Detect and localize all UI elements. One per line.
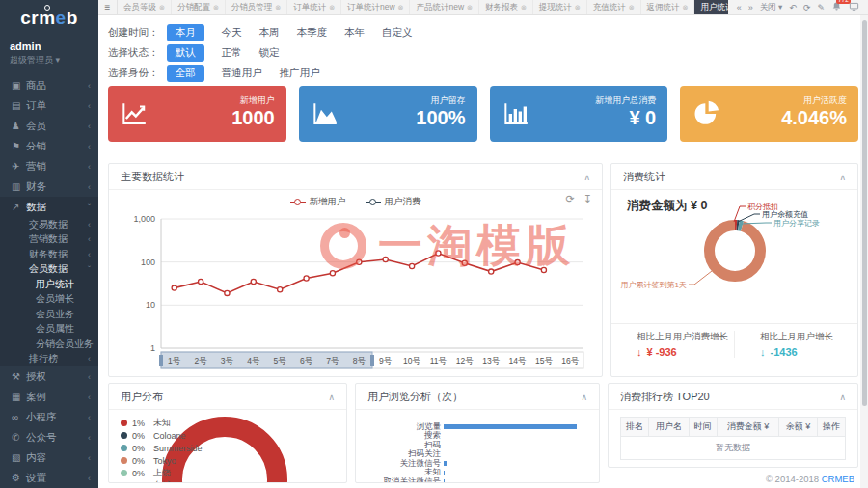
sidebar-item-会员[interactable]: ♟会员‹ <box>0 116 98 136</box>
crmeb-link[interactable]: CRMEB <box>822 474 854 484</box>
dist-legend-Tokyo[interactable]: 0%Tokyo <box>121 454 203 467</box>
legend-item-用户消费[interactable]: 用户消费 <box>366 196 421 208</box>
dist-legend-Coloane[interactable]: 0%Coloane <box>121 429 203 442</box>
sidebar-item-会员增长[interactable]: 会员增长 <box>0 292 98 308</box>
tab-close-icon[interactable]: ⊗ <box>521 4 527 12</box>
chart-download-icon[interactable]: ↧ <box>583 193 592 205</box>
sidebar-item-授权[interactable]: ⚒授权‹ <box>0 366 98 387</box>
legend-item-新增用户[interactable]: 新增用户 <box>290 196 346 208</box>
sidebar-item-营销数据[interactable]: 营销数据‹ <box>0 232 98 248</box>
filter-option-本季度[interactable]: 本季度 <box>297 24 328 41</box>
dist-legend-未知[interactable]: 1%未知 <box>121 417 203 429</box>
sidebar-item-小程序[interactable]: ∞小程序‹ <box>0 407 98 427</box>
tab-close-icon[interactable]: ⊗ <box>575 4 581 12</box>
members-icon: ♟ <box>12 121 26 131</box>
scrollbar-thumb[interactable] <box>862 20 867 406</box>
tab-返佣统计[interactable]: 返佣统计⊗ <box>641 0 695 14</box>
notifications-bell-icon[interactable]: 772 <box>831 1 842 14</box>
sidebar-item-会员属性[interactable]: 会员属性 <box>0 322 98 338</box>
sidebar-item-案例[interactable]: ▦案例‹ <box>0 387 98 407</box>
sidebar-item-label: 财务 <box>26 180 88 194</box>
tab-close-icon[interactable]: ⊗ <box>275 4 281 12</box>
tab-close-icon[interactable]: ⊗ <box>159 4 165 12</box>
undo-icon[interactable]: ↶ <box>789 3 797 13</box>
browse-bar[interactable] <box>444 424 577 429</box>
user-role-dropdown[interactable]: 超级管理员 ▾ <box>10 54 89 67</box>
sidebar-item-内容[interactable]: ▧内容‹ <box>0 447 98 468</box>
scroll-tabs-right-icon[interactable]: » <box>748 3 753 13</box>
stat-cards: 新增用户1000用户留存100%新增用户总消费¥ 0用户活跃度4.046% <box>108 86 858 142</box>
edit-icon[interactable]: ✎ <box>817 3 825 13</box>
tab-分销员管理[interactable]: 分销员管理⊗ <box>226 0 287 14</box>
consume-stat-相比上月用户消费增长: 相比上月用户消费增长↓¥ -936 <box>611 331 734 358</box>
panel-title: 消费统计 <box>623 170 665 184</box>
browse-bar[interactable] <box>444 461 447 466</box>
sidebar-item-会员业务[interactable]: 会员业务 <box>0 307 98 322</box>
filter-option-本月[interactable]: 本月 <box>167 24 204 41</box>
scrollbar-track[interactable] <box>860 15 868 488</box>
tab-订单统计[interactable]: 订单统计⊗ <box>287 0 341 14</box>
legend-pct: 0% <box>132 469 153 478</box>
sidebar-item-排行榜[interactable]: 排行榜‹ <box>0 352 98 367</box>
tab-充值统计[interactable]: 充值统计⊗ <box>587 0 641 14</box>
tab-提现统计[interactable]: 提现统计⊗ <box>533 0 587 14</box>
collapse-icon[interactable]: ∧ <box>583 173 590 182</box>
sidebar-item-营销[interactable]: ✈营销‹ <box>0 156 98 176</box>
scroll-tabs-left-icon[interactable]: « <box>737 3 742 13</box>
filter-option-普通用户[interactable]: 普通用户 <box>222 65 262 82</box>
sidebar-item-数据[interactable]: ↗数据ˇ <box>0 197 98 217</box>
collapse-icon[interactable]: ∧ <box>328 393 335 402</box>
chart-toolbox: ⟳ ↧ <box>566 193 592 205</box>
dist-legend-上饶[interactable]: 0%上饶 <box>121 467 203 479</box>
tab-订单统计new[interactable]: 订单统计new⊗ <box>341 0 410 14</box>
chart-refresh-icon[interactable]: ⟳ <box>566 193 575 205</box>
sidebar-item-会员数据[interactable]: 会员数据ˇ <box>0 262 98 278</box>
tab-产品统计new[interactable]: 产品统计new⊗ <box>410 0 478 14</box>
tab-用户统计[interactable]: 用户统计⊗ <box>694 0 727 14</box>
tab-close-icon[interactable]: ⊗ <box>683 4 689 12</box>
collapse-icon[interactable]: ∧ <box>839 173 846 182</box>
crmeb-logo[interactable]: crmeb <box>0 0 98 37</box>
sidebar-item-label: 会员增长 <box>36 292 91 306</box>
tab-会员等级[interactable]: 会员等级⊗ <box>118 0 172 14</box>
close-tabs-dropdown[interactable]: 关闭 ▾ <box>760 2 783 14</box>
refresh-icon[interactable]: ⟳ <box>803 3 811 13</box>
browse-bar[interactable] <box>444 479 445 483</box>
dist-legend-Summerside[interactable]: 0%Summerside <box>121 442 203 454</box>
tab-财务报表[interactable]: 财务报表⊗ <box>479 0 533 14</box>
sidebar-item-财务数据[interactable]: 财务数据‹ <box>0 247 98 262</box>
sidebar-item-用户统计[interactable]: 用户统计 <box>0 277 98 292</box>
tab-close-icon[interactable]: ⊗ <box>398 4 404 12</box>
sidebar-item-分销[interactable]: ⚑分销‹ <box>0 136 98 156</box>
sidebar-item-商品[interactable]: ▣商品‹ <box>0 75 98 95</box>
filter-option-正常[interactable]: 正常 <box>222 44 242 62</box>
tab-close-icon[interactable]: ⊗ <box>629 4 635 12</box>
dist-legend-东城[interactable]: 0%东城 <box>121 479 203 483</box>
sidebar-item-订单[interactable]: ▤订单‹ <box>0 95 98 116</box>
tab-分销配置[interactable]: 分销配置⊗ <box>172 0 226 14</box>
main-line-chart[interactable]: 1101001,0001号2号3号4号5号6号7号8号9号10号11号12号13… <box>113 211 600 377</box>
collapse-icon[interactable]: ∧ <box>581 393 587 402</box>
tab-close-icon[interactable]: ⊗ <box>329 4 335 12</box>
tab-close-icon[interactable]: ⊗ <box>467 4 473 12</box>
filter-option-本周[interactable]: 本周 <box>259 24 280 41</box>
svg-text:9号: 9号 <box>379 356 393 366</box>
sidebar-item-公众号[interactable]: ✆公众号‹ <box>0 427 98 447</box>
filter-option-自定义[interactable]: 自定义 <box>382 24 413 41</box>
filter-option-本年[interactable]: 本年 <box>344 24 365 41</box>
hamburger-menu-icon[interactable]: ≡ <box>98 0 118 14</box>
sidebar-item-交易数据[interactable]: 交易数据‹ <box>0 217 98 232</box>
filter-option-全部[interactable]: 全部 <box>167 65 204 82</box>
filter-option-默认[interactable]: 默认 <box>167 44 204 62</box>
collapse-icon[interactable]: ∧ <box>839 393 846 402</box>
filter-option-推广用户[interactable]: 推广用户 <box>280 65 320 82</box>
tab-close-icon[interactable]: ⊗ <box>213 4 219 12</box>
filter-option-锁定[interactable]: 锁定 <box>259 44 280 62</box>
user-block[interactable]: admin 超级管理员 ▾ <box>0 37 98 75</box>
browse-bar[interactable] <box>444 471 445 475</box>
svg-text:1号: 1号 <box>168 356 181 366</box>
sidebar-item-财务[interactable]: ▥财务‹ <box>0 176 98 197</box>
sidebar-item-分销会员业务[interactable]: 分销会员业务 <box>0 337 98 352</box>
filter-option-今天[interactable]: 今天 <box>222 24 242 41</box>
sidebar-item-设置[interactable]: ⚙设置‹ <box>0 468 98 488</box>
